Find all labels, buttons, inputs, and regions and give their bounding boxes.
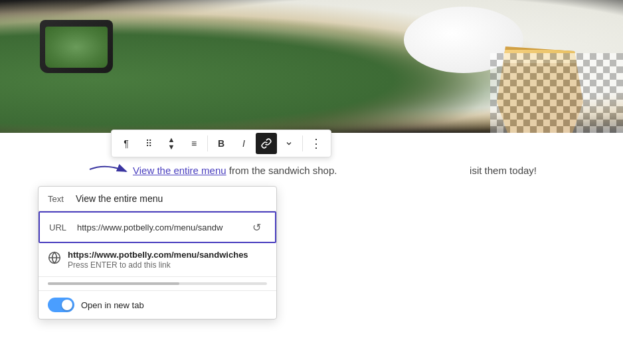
- open-new-tab-toggle[interactable]: [48, 298, 74, 312]
- toolbar-divider-2: [302, 136, 303, 151]
- globe-icon: [48, 251, 61, 264]
- align-button[interactable]: ≡: [183, 133, 205, 154]
- toggle-knob: [62, 300, 72, 310]
- plate-decoration: [404, 7, 523, 73]
- updown-button[interactable]: ▲▼: [161, 133, 182, 154]
- link-url-row: URL ↺: [39, 211, 276, 243]
- text-after-link: from the sandwich shop.: [226, 165, 337, 176]
- paragraph-button[interactable]: ¶: [116, 133, 137, 154]
- content-text-line: View the entire menu from the sandwich s…: [133, 165, 337, 176]
- url-input[interactable]: [77, 223, 240, 232]
- menu-link[interactable]: View the entire menu: [133, 165, 226, 176]
- food-image-inner: [0, 0, 623, 133]
- link-button[interactable]: [256, 133, 277, 154]
- url-label: URL: [49, 223, 70, 232]
- drag-handle-button[interactable]: ⠿: [138, 133, 159, 154]
- more-options-button[interactable]: ⋮: [306, 133, 327, 154]
- italic-button[interactable]: I: [233, 133, 254, 154]
- open-new-tab-row: Open in new tab: [39, 291, 276, 319]
- text-label: Text: [48, 194, 69, 204]
- sauce-bowl-decoration: [40, 20, 113, 73]
- suggestion-hint-text: Press ENTER to add this link: [68, 260, 248, 270]
- chevron-down-icon: [285, 139, 293, 147]
- food-image: [0, 0, 623, 133]
- toolbar-divider-1: [207, 136, 208, 151]
- suggestion-url-text: https://www.potbelly.com/menu/sandwiches: [68, 250, 248, 260]
- arrow-annotation: [86, 159, 133, 179]
- scroll-area: [39, 277, 276, 291]
- toggle-label-text: Open in new tab: [81, 300, 144, 310]
- text-formatting-toolbar: ¶ ⠿ ▲▼ ≡ B I ⋮: [111, 130, 331, 157]
- right-text: isit them today!: [470, 165, 537, 176]
- chevron-down-button[interactable]: [278, 133, 300, 154]
- scroll-thumb[interactable]: [48, 282, 179, 285]
- link-editor-popup: Text View the entire menu URL ↺ https://…: [38, 186, 277, 319]
- link-text-row: Text View the entire menu: [39, 187, 276, 211]
- arrow-svg: [86, 159, 133, 179]
- link-icon: [261, 138, 272, 149]
- link-suggestion-row[interactable]: https://www.potbelly.com/menu/sandwiches…: [39, 243, 276, 277]
- refresh-button[interactable]: ↺: [247, 218, 266, 236]
- link-text-value: View the entire menu: [76, 193, 163, 204]
- suggestion-text-block: https://www.potbelly.com/menu/sandwiches…: [68, 250, 248, 270]
- sandwich-decoration: [497, 46, 583, 133]
- scroll-track: [48, 282, 267, 285]
- bold-button[interactable]: B: [211, 133, 232, 154]
